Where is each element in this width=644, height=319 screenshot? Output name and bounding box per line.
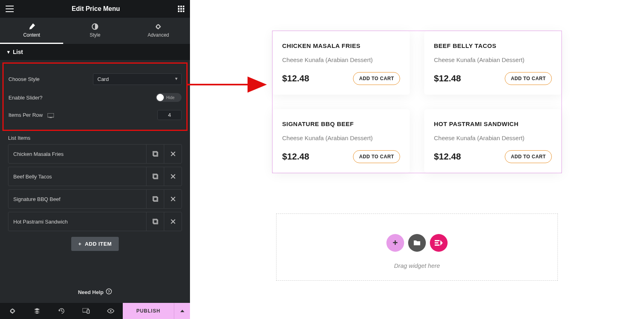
list-item: Signature BBQ Beef	[8, 189, 182, 209]
svg-rect-0	[178, 6, 180, 7]
enable-slider-toggle[interactable]: Hide	[156, 93, 182, 102]
dropzone-label: Drag widget here	[285, 262, 549, 269]
price-card: BEEF BELLY TACOS Cheese Kunafa (Arabian …	[424, 31, 561, 95]
close-icon[interactable]	[164, 167, 182, 186]
duplicate-icon[interactable]	[146, 145, 164, 163]
panel-title: Edit Price Menu	[72, 5, 120, 12]
section-toggle-list[interactable]: ▾ List	[0, 44, 190, 60]
choose-style-select-wrap: Card	[93, 73, 182, 85]
help-icon: ?	[106, 288, 112, 296]
tab-label: Advanced	[148, 32, 169, 38]
add-section-icon[interactable]: +	[386, 234, 404, 252]
svg-rect-7	[180, 10, 182, 12]
navigator-icon[interactable]	[25, 303, 49, 319]
svg-rect-10	[47, 113, 54, 117]
editor-sidebar: Edit Price Menu Content Style Advanced ▾…	[0, 0, 190, 319]
svg-rect-6	[178, 10, 180, 12]
items-per-row-input[interactable]	[157, 110, 182, 120]
card-description: Cheese Kunafa (Arabian Dessert)	[282, 56, 400, 63]
add-to-cart-button[interactable]: ADD TO CART	[505, 72, 552, 85]
svg-rect-11	[50, 117, 52, 118]
card-price: $12.48	[434, 73, 461, 84]
duplicate-icon[interactable]	[146, 167, 164, 186]
add-to-cart-button[interactable]: ADD TO CART	[505, 150, 552, 163]
list-item-label[interactable]: Chicken Masala Fries	[8, 145, 146, 163]
apps-icon[interactable]	[178, 6, 184, 12]
responsive-icon[interactable]	[47, 113, 54, 118]
svg-rect-5	[183, 8, 184, 10]
menu-icon[interactable]	[6, 6, 14, 12]
caret-down-icon: ▾	[7, 49, 10, 55]
editor-tabs: Content Style Advanced	[0, 18, 190, 44]
card-price: $12.48	[282, 73, 309, 84]
items-per-row-label: Items Per Row	[8, 112, 157, 118]
svg-text:?: ?	[108, 290, 110, 294]
card-description: Cheese Kunafa (Arabian Dessert)	[282, 135, 400, 141]
svg-point-24	[110, 310, 111, 312]
enable-slider-label: Enable Slider?	[8, 95, 156, 101]
list-items-label: List Items	[0, 131, 190, 144]
add-item-button[interactable]: ADD ITEM	[71, 237, 119, 251]
choose-style-row: Choose Style Card	[8, 69, 182, 89]
svg-rect-23	[87, 310, 89, 313]
list-item: Hot Pastrami Sandwich	[8, 212, 182, 231]
svg-rect-4	[180, 8, 182, 10]
duplicate-icon[interactable]	[146, 190, 164, 208]
price-card: HOT PASTRAMI SANDWICH Cheese Kunafa (Ara…	[424, 109, 561, 173]
section-title: List	[13, 49, 23, 55]
drag-widget-dropzone[interactable]: + Drag widget here	[276, 213, 558, 281]
tab-label: Style	[90, 32, 101, 38]
close-icon[interactable]	[164, 145, 182, 163]
add-to-cart-button[interactable]: ADD TO CART	[353, 72, 400, 85]
tab-style[interactable]: Style	[63, 18, 126, 44]
toggle-knob	[157, 94, 164, 101]
card-title: CHICKEN MASALA FRIES	[282, 42, 400, 49]
price-card: SIGNATURE BBQ BEEF Cheese Kunafa (Arabia…	[272, 109, 410, 173]
list-item: Beef Belly Tacos	[8, 167, 182, 186]
preview-canvas: CHICKEN MASALA FRIES Cheese Kunafa (Arab…	[190, 0, 644, 319]
price-card: CHICKEN MASALA FRIES Cheese Kunafa (Arab…	[272, 31, 410, 95]
card-title: SIGNATURE BBQ BEEF	[282, 120, 400, 127]
choose-style-select[interactable]: Card	[93, 73, 182, 85]
items-per-row-row: Items Per Row	[8, 106, 182, 124]
card-price: $12.48	[434, 151, 461, 162]
list-item: Chicken Masala Fries	[8, 144, 182, 164]
card-price: $12.48	[282, 151, 309, 162]
add-to-cart-button[interactable]: ADD TO CART	[353, 150, 400, 163]
choose-style-label: Choose Style	[8, 76, 93, 82]
list-item-label[interactable]: Signature BBQ Beef	[8, 191, 146, 208]
preview-icon[interactable]	[98, 303, 123, 319]
list-items: Chicken Masala Fries Beef Belly Tacos Si…	[0, 144, 190, 251]
svg-rect-2	[183, 6, 184, 7]
duplicate-icon[interactable]	[146, 212, 164, 231]
tab-label: Content	[23, 32, 40, 38]
list-item-label[interactable]: Hot Pastrami Sandwich	[8, 213, 146, 230]
settings-icon[interactable]	[0, 303, 25, 319]
editor-topbar: Edit Price Menu	[0, 0, 190, 18]
card-title: HOT PASTRAMI SANDWICH	[434, 120, 552, 127]
responsive-mode-icon[interactable]	[74, 303, 98, 319]
list-item-label[interactable]: Beef Belly Tacos	[8, 168, 146, 185]
editor-footer: PUBLISH	[0, 303, 190, 319]
history-icon[interactable]	[49, 303, 74, 319]
price-menu-grid: CHICKEN MASALA FRIES Cheese Kunafa (Arab…	[272, 31, 561, 173]
elementskit-icon[interactable]	[430, 234, 448, 252]
highlighted-controls: Choose Style Card Enable Slider? Hide It…	[2, 62, 188, 131]
widget-selection-outline[interactable]: CHICKEN MASALA FRIES Cheese Kunafa (Arab…	[272, 31, 562, 173]
publish-options-caret[interactable]	[174, 303, 190, 319]
svg-rect-1	[180, 6, 182, 7]
card-description: Cheese Kunafa (Arabian Dessert)	[434, 135, 552, 141]
need-help-link[interactable]: Need Help ?	[0, 281, 190, 303]
tab-advanced[interactable]: Advanced	[127, 18, 190, 44]
svg-rect-8	[183, 10, 184, 12]
tab-content[interactable]: Content	[0, 18, 63, 44]
card-description: Cheese Kunafa (Arabian Dessert)	[434, 56, 552, 63]
toggle-state-label: Hide	[166, 95, 175, 100]
publish-button[interactable]: PUBLISH	[123, 303, 174, 319]
close-icon[interactable]	[164, 190, 182, 208]
template-library-icon[interactable]	[408, 234, 426, 252]
card-title: BEEF BELLY TACOS	[434, 42, 552, 49]
enable-slider-row: Enable Slider? Hide	[8, 89, 182, 106]
svg-rect-3	[178, 8, 180, 10]
close-icon[interactable]	[164, 212, 182, 231]
